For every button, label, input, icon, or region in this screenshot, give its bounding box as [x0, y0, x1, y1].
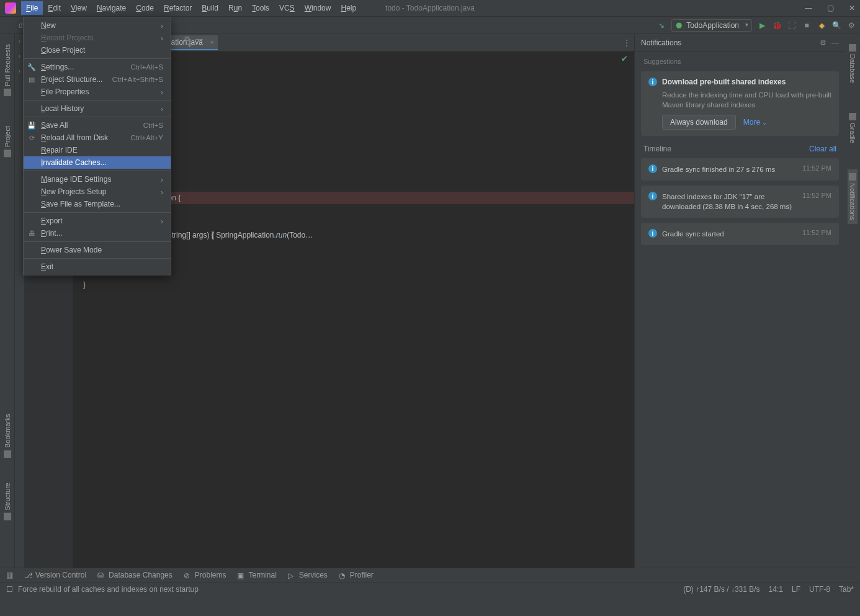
left-toolwindow-bar: Pull Requests Project Bookmarks Structur… — [0, 34, 15, 568]
status-network[interactable]: (D) ↑147 B/s / ↓331 B/s — [683, 585, 759, 594]
chevron-right-icon[interactable]: › — [19, 68, 20, 79]
status-encoding[interactable]: UTF-8 — [809, 585, 830, 594]
menu-refactor[interactable]: Refactor — [159, 1, 197, 15]
print-icon: 🖶 — [27, 229, 36, 238]
menu-vcs[interactable]: VCS — [274, 1, 300, 15]
timeline-item[interactable]: i Gradle sync finished in 27 s 276 ms 11… — [641, 158, 839, 181]
menu-item-exit[interactable]: Exit — [24, 261, 171, 273]
more-link[interactable]: More — [743, 118, 767, 127]
run-config-select[interactable]: ⬣ TodoApplication — [671, 19, 752, 32]
toolwindow-notifications[interactable]: Notifications — [848, 169, 858, 224]
toolwindow-bookmarks[interactable]: Bookmarks — [2, 410, 12, 462]
menu-item-save-all[interactable]: 💾Save AllCtrl+S — [24, 119, 171, 132]
timeline-item[interactable]: i Shared indexes for JDK "17" are downlo… — [641, 185, 839, 218]
tool-version-control[interactable]: ⎇Version Control — [24, 571, 86, 579]
wrench-icon: 🔧 — [27, 63, 36, 71]
toolwindow-pull-requests[interactable]: Pull Requests — [2, 40, 12, 100]
suggestions-header: Suggestions — [635, 51, 845, 69]
inspection-ok-icon[interactable]: ✔ — [621, 54, 628, 63]
menu-item-export[interactable]: Export — [24, 215, 171, 227]
status-bar: ☐ Force rebuild of all caches and indexe… — [0, 582, 860, 596]
menu-file[interactable]: File — [21, 1, 43, 15]
tool-problems[interactable]: ⊘Problems — [184, 571, 226, 579]
menu-run[interactable]: Run — [223, 1, 247, 15]
tab-menu-icon[interactable]: ⋮ — [623, 38, 630, 47]
code-with-me-icon[interactable]: ◆ — [817, 20, 826, 30]
tool-services[interactable]: ▷Services — [288, 571, 328, 579]
menu-help[interactable]: Help — [336, 1, 361, 15]
tool-profiler[interactable]: ◔Profiler — [339, 571, 374, 579]
ide-logo-icon — [5, 2, 16, 14]
toolwindow-gradle[interactable]: Gradle — [848, 109, 858, 147]
maximize-icon[interactable]: ▢ — [827, 4, 834, 12]
minimize-icon[interactable]: — — [805, 4, 812, 12]
hammer-icon[interactable]: ↘ — [656, 20, 666, 30]
toolwindow-database[interactable]: Database — [848, 40, 858, 87]
menu-view[interactable]: View — [66, 1, 92, 15]
clear-all-link[interactable]: Clear all — [809, 145, 836, 153]
menu-tools[interactable]: Tools — [247, 1, 274, 15]
chevron-right-icon[interactable]: › — [19, 38, 20, 49]
info-icon: i — [648, 164, 657, 173]
toolwindow-project[interactable]: Project — [2, 122, 12, 161]
chevron-right-icon[interactable]: › — [19, 53, 20, 64]
tool-terminal[interactable]: ▣Terminal — [237, 571, 276, 579]
file-menu-dropdown: NewRecent ProjectsClose Project🔧Settings… — [23, 17, 171, 275]
info-icon: i — [648, 78, 657, 86]
gradle-icon: ⬣ — [676, 21, 682, 30]
status-icon[interactable]: ☐ — [6, 585, 13, 594]
status-line-ending[interactable]: LF — [792, 585, 800, 594]
info-icon: i — [648, 229, 657, 238]
structure-icon: ▤ — [27, 75, 36, 84]
menu-item-save-file-as-template[interactable]: Save File as Template... — [24, 198, 171, 210]
menu-item-invalidate-caches[interactable]: Invalidate Caches... — [24, 156, 171, 169]
timeline-item[interactable]: i Gradle sync started 11:52 PM — [641, 223, 839, 245]
suggestion-card: i Download pre-built shared indexes Redu… — [641, 71, 839, 136]
menu-item-settings[interactable]: 🔧Settings...Ctrl+Alt+S — [24, 61, 171, 73]
menu-build[interactable]: Build — [197, 1, 223, 15]
menu-item-print[interactable]: 🖶Print... — [24, 227, 171, 239]
gear-icon[interactable]: ⚙ — [820, 38, 826, 47]
menu-item-local-history[interactable]: Local History — [24, 102, 171, 115]
status-indent[interactable]: Tab* — [839, 585, 854, 594]
notifications-panel: Notifications ⚙ — Suggestions i Download… — [634, 34, 845, 568]
menu-item-recent-projects: Recent Projects — [24, 32, 171, 44]
save-icon: 💾 — [27, 121, 36, 130]
menu-window[interactable]: Window — [300, 1, 336, 15]
menu-item-file-properties[interactable]: File Properties — [24, 86, 171, 98]
menu-item-repair-ide[interactable]: Repair IDE — [24, 144, 171, 156]
menu-item-new[interactable]: New — [24, 19, 171, 32]
hide-icon[interactable]: — — [831, 38, 839, 47]
right-toolwindow-bar: Database Gradle Notifications — [845, 34, 860, 568]
menu-item-reload-all-from-disk[interactable]: ⟳Reload All from DiskCtrl+Alt+Y — [24, 132, 171, 144]
toolwindow-structure[interactable]: Structure — [2, 479, 12, 524]
menu-edit[interactable]: Edit — [43, 1, 66, 15]
close-tab-icon[interactable]: × — [210, 38, 213, 46]
run-icon[interactable]: ▶ — [757, 20, 767, 30]
search-icon[interactable]: 🔍 — [831, 20, 841, 30]
menu-navigate[interactable]: Navigate — [92, 1, 131, 15]
menu-item-power-save-mode[interactable]: Power Save Mode — [24, 244, 171, 256]
gear-icon[interactable]: ⚙ — [184, 35, 190, 43]
collapse-icon[interactable]: — — [195, 35, 203, 43]
timeline-header: Timeline — [643, 145, 671, 153]
tool-database-changes[interactable]: ⛁Database Changes — [97, 571, 172, 579]
close-icon[interactable]: ✕ — [849, 4, 855, 12]
menu-item-manage-ide-settings[interactable]: Manage IDE Settings — [24, 173, 171, 185]
stop-icon[interactable]: ■ — [802, 20, 812, 30]
always-download-button[interactable]: Always download — [662, 115, 736, 130]
info-icon: i — [648, 192, 657, 200]
gear-icon[interactable]: ⚙ — [846, 20, 856, 30]
reload-icon: ⟳ — [27, 133, 36, 142]
window-title: todo - TodoApplication.java — [385, 4, 475, 12]
status-caret[interactable]: 14:1 — [769, 585, 783, 594]
menu-item-close-project[interactable]: Close Project — [24, 44, 171, 56]
debug-icon[interactable]: 🐞 — [772, 20, 782, 30]
coverage-icon[interactable]: ⛶ — [787, 20, 797, 30]
bottom-toolbar: ▥ ⎇Version Control ⛁Database Changes ⊘Pr… — [0, 568, 860, 582]
bottom-sidebar-toggle[interactable]: ▥ — [6, 571, 13, 579]
notifications-title: Notifications — [641, 38, 815, 47]
menu-code[interactable]: Code — [131, 1, 159, 15]
menu-item-project-structure[interactable]: ▤Project Structure...Ctrl+Alt+Shift+S — [24, 73, 171, 86]
menu-item-new-projects-setup[interactable]: New Projects Setup — [24, 185, 171, 198]
